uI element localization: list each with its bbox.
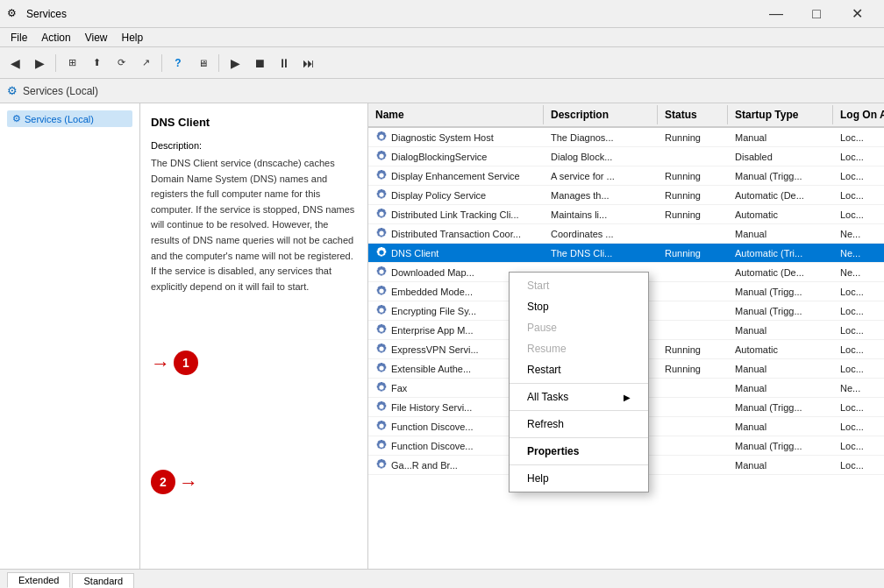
- menu-help[interactable]: Help: [115, 30, 151, 46]
- cell-status: [658, 425, 728, 429]
- table-row[interactable]: Display Policy Service Manages th... Run…: [368, 186, 884, 205]
- back-button[interactable]: ◀: [4, 52, 26, 74]
- window-controls: — □ ✕: [756, 0, 877, 28]
- toolbar-separator-2: [161, 54, 162, 72]
- description-panel: DNS Client Description: The DNS Client s…: [140, 103, 368, 569]
- col-header-logon[interactable]: Log On As: [833, 105, 884, 124]
- context-menu-separator: [510, 383, 648, 384]
- cell-startup: Automatic: [728, 343, 833, 357]
- context-menu-item-help[interactable]: Help: [510, 468, 648, 489]
- cell-logon: Loc...: [833, 150, 884, 164]
- stop-service-button[interactable]: ⏹: [248, 52, 271, 74]
- context-menu-separator: [510, 464, 648, 465]
- menu-action[interactable]: Action: [34, 30, 77, 46]
- context-menu-item-restart[interactable]: Restart: [510, 359, 648, 380]
- cell-status: [658, 406, 728, 409]
- cell-status: [658, 329, 728, 332]
- cell-startup: Manual: [728, 420, 833, 434]
- forward-button[interactable]: ▶: [28, 52, 51, 74]
- step2-annotation: 2 →: [151, 466, 357, 498]
- service-gear-icon: [375, 439, 388, 453]
- arrow-right-1: →: [151, 349, 170, 378]
- service-gear-icon: [375, 131, 388, 145]
- service-gear-icon: [375, 420, 388, 434]
- service-gear-icon: [375, 381, 388, 395]
- service-gear-icon: [375, 266, 388, 280]
- service-gear-icon: [375, 227, 388, 241]
- left-panel-services-local[interactable]: ⚙ Services (Local): [7, 110, 132, 127]
- col-header-startup[interactable]: Startup Type: [728, 105, 833, 124]
- cell-status: Running: [658, 188, 728, 202]
- context-menu-item-properties[interactable]: Properties: [510, 441, 648, 462]
- arrow-right-2: →: [179, 468, 198, 497]
- cell-startup: Disabled: [728, 150, 833, 164]
- cell-logon: Ne...: [833, 246, 884, 260]
- cell-status: [658, 464, 728, 467]
- tab-standard[interactable]: Standard: [72, 573, 134, 588]
- context-menu-item-refresh[interactable]: Refresh: [510, 414, 648, 435]
- cell-status: [658, 290, 728, 294]
- maximize-button[interactable]: □: [796, 0, 837, 28]
- show-hide-button[interactable]: ⊞: [61, 52, 83, 74]
- cell-status: [658, 444, 728, 448]
- cell-name: DialogBlockingService: [368, 148, 544, 166]
- cell-status: Running: [658, 169, 728, 183]
- cell-status: Running: [658, 362, 728, 376]
- col-header-status[interactable]: Status: [658, 105, 728, 124]
- cell-startup: Automatic (De...: [728, 188, 833, 202]
- cell-startup: Manual (Trigg...: [728, 304, 833, 318]
- table-row[interactable]: Diagnostic System Host The Diagnos... Ru…: [368, 128, 884, 147]
- table-row[interactable]: DialogBlockingService Dialog Block... Di…: [368, 147, 884, 166]
- pause-service-button[interactable]: ⏸: [273, 52, 296, 74]
- context-menu-item-all-tasks[interactable]: All Tasks▶: [510, 386, 648, 407]
- context-menu-item-resume: Resume: [510, 338, 648, 359]
- address-bar: ⚙ Services (Local): [0, 79, 884, 103]
- refresh-list-button[interactable]: ⟳: [110, 52, 132, 74]
- service-gear-icon: [375, 362, 388, 376]
- cell-startup: Manual: [728, 458, 833, 472]
- cell-logon: Loc...: [833, 343, 884, 357]
- cell-logon: Loc...: [833, 285, 884, 299]
- menu-view[interactable]: View: [78, 30, 115, 46]
- step1-badge: 1: [174, 351, 198, 375]
- cell-status: [658, 155, 728, 159]
- step1-annotation: → 1: [151, 347, 357, 379]
- description-text: The DNS Client service (dnscache) caches…: [151, 156, 357, 294]
- close-button[interactable]: ✕: [837, 0, 877, 28]
- up-button[interactable]: ⬆: [85, 52, 108, 74]
- context-menu-item-start: Start: [510, 275, 648, 296]
- minimize-button[interactable]: —: [756, 0, 796, 28]
- resume-service-button[interactable]: ⏭: [297, 52, 320, 74]
- cell-status: [658, 309, 728, 313]
- col-header-name[interactable]: Name: [368, 105, 544, 124]
- cell-logon: Loc...: [833, 439, 884, 453]
- cell-status: [658, 386, 728, 390]
- cell-status: Running: [658, 208, 728, 222]
- left-panel-label: Services (Local): [25, 114, 94, 124]
- start-service-button[interactable]: ▶: [224, 52, 246, 74]
- cell-logon: Loc...: [833, 362, 884, 376]
- table-row[interactable]: Distributed Link Tracking Cli... Maintai…: [368, 205, 884, 224]
- context-menu-separator: [510, 410, 648, 411]
- table-row[interactable]: Display Enhancement Service A service fo…: [368, 166, 884, 186]
- table-row[interactable]: Distributed Transaction Coor... Coordina…: [368, 224, 884, 244]
- cell-desc: Coordinates ...: [544, 227, 658, 241]
- cell-logon: Loc...: [833, 188, 884, 202]
- export-button[interactable]: ↗: [134, 52, 157, 74]
- table-row[interactable]: DNS Client The DNS Cli... Running Automa…: [368, 244, 884, 263]
- cell-logon: Loc...: [833, 131, 884, 145]
- col-header-desc[interactable]: Description: [544, 105, 658, 124]
- help-button[interactable]: ?: [167, 52, 189, 74]
- tab-extended[interactable]: Extended: [7, 572, 70, 588]
- cell-name: Distributed Transaction Coor...: [368, 225, 544, 243]
- cell-logon: Loc...: [833, 458, 884, 472]
- service-gear-icon: [375, 400, 388, 414]
- address-bar-text: Services (Local): [23, 85, 98, 97]
- context-menu-item-stop[interactable]: Stop: [510, 296, 648, 317]
- cell-startup: Manual: [728, 323, 833, 337]
- menu-file[interactable]: File: [4, 30, 34, 46]
- cell-startup: Manual: [728, 381, 833, 395]
- cell-name: Diagnostic System Host: [368, 129, 544, 146]
- cell-logon: Ne...: [833, 381, 884, 395]
- view-button[interactable]: 🖥: [191, 52, 214, 74]
